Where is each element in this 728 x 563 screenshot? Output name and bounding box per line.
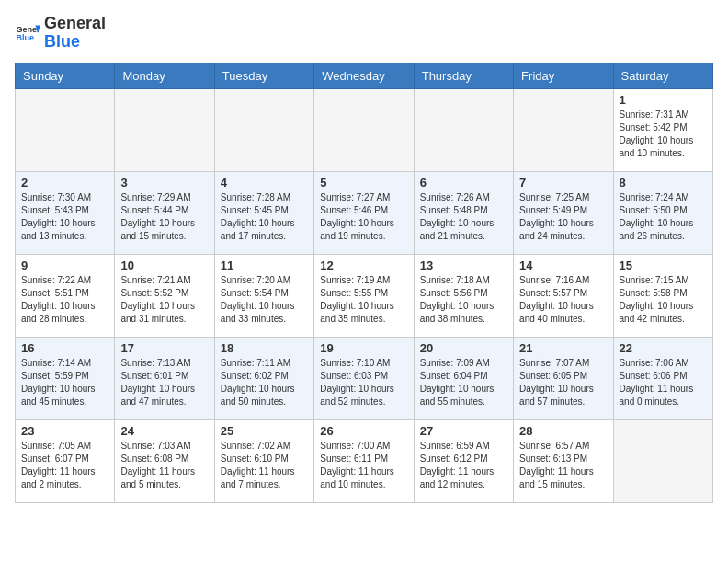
calendar-header-row: SundayMondayTuesdayWednesdayThursdayFrid… <box>16 63 713 88</box>
day-number: 13 <box>420 259 507 272</box>
day-info: Sunrise: 6:59 AM Sunset: 6:12 PM Dayligh… <box>420 440 507 491</box>
day-number: 6 <box>420 176 507 190</box>
calendar-day: 5Sunrise: 7:27 AM Sunset: 5:46 PM Daylig… <box>314 171 414 254</box>
calendar-day: 16Sunrise: 7:14 AM Sunset: 5:59 PM Dayli… <box>16 337 115 419</box>
day-info: Sunrise: 7:00 AM Sunset: 6:11 PM Dayligh… <box>320 440 407 491</box>
day-number: 22 <box>620 341 707 355</box>
calendar-day: 2Sunrise: 7:30 AM Sunset: 5:43 PM Daylig… <box>16 171 115 254</box>
day-info: Sunrise: 7:21 AM Sunset: 5:52 PM Dayligh… <box>120 274 208 326</box>
day-number: 5 <box>320 176 407 190</box>
day-number: 11 <box>221 259 308 272</box>
day-info: Sunrise: 7:20 AM Sunset: 5:54 PM Dayligh… <box>221 274 308 326</box>
day-number: 14 <box>519 259 607 272</box>
day-info: Sunrise: 7:13 AM Sunset: 6:01 PM Dayligh… <box>120 357 208 408</box>
calendar-day: 19Sunrise: 7:10 AM Sunset: 6:03 PM Dayli… <box>314 337 414 419</box>
calendar-day: 17Sunrise: 7:13 AM Sunset: 6:01 PM Dayli… <box>115 337 214 419</box>
calendar-day: 4Sunrise: 7:28 AM Sunset: 5:45 PM Daylig… <box>214 171 313 254</box>
day-number: 28 <box>519 424 607 438</box>
day-number: 12 <box>320 259 407 272</box>
day-info: Sunrise: 7:31 AM Sunset: 5:42 PM Dayligh… <box>620 109 707 160</box>
calendar-day: 1Sunrise: 7:31 AM Sunset: 5:42 PM Daylig… <box>613 88 712 171</box>
day-info: Sunrise: 7:05 AM Sunset: 6:07 PM Dayligh… <box>21 440 108 491</box>
day-header-wednesday: Wednesday <box>314 63 414 88</box>
day-number: 1 <box>620 93 707 107</box>
calendar-week-2: 2Sunrise: 7:30 AM Sunset: 5:43 PM Daylig… <box>16 171 713 254</box>
calendar-day: 6Sunrise: 7:26 AM Sunset: 5:48 PM Daylig… <box>414 171 513 254</box>
logo-icon: General Blue <box>15 20 40 46</box>
calendar-day: 8Sunrise: 7:24 AM Sunset: 5:50 PM Daylig… <box>613 171 712 254</box>
calendar-day: 3Sunrise: 7:29 AM Sunset: 5:44 PM Daylig… <box>115 171 214 254</box>
day-number: 27 <box>420 424 507 438</box>
day-number: 18 <box>221 341 308 355</box>
day-info: Sunrise: 7:28 AM Sunset: 5:45 PM Dayligh… <box>221 191 308 243</box>
calendar-day: 26Sunrise: 7:00 AM Sunset: 6:11 PM Dayli… <box>314 419 414 502</box>
calendar-table: SundayMondayTuesdayWednesdayThursdayFrid… <box>15 63 713 503</box>
calendar-day <box>613 419 712 502</box>
day-info: Sunrise: 7:09 AM Sunset: 6:04 PM Dayligh… <box>420 357 507 408</box>
day-number: 20 <box>420 341 507 355</box>
svg-text:Blue: Blue <box>16 33 34 42</box>
calendar-day: 11Sunrise: 7:20 AM Sunset: 5:54 PM Dayli… <box>214 254 313 337</box>
day-info: Sunrise: 7:25 AM Sunset: 5:49 PM Dayligh… <box>519 191 607 243</box>
calendar-day: 13Sunrise: 7:18 AM Sunset: 5:56 PM Dayli… <box>414 254 513 337</box>
day-number: 3 <box>120 176 208 190</box>
day-number: 17 <box>120 341 208 355</box>
day-number: 23 <box>21 424 108 438</box>
day-number: 24 <box>120 424 208 438</box>
calendar-day <box>514 88 613 171</box>
day-number: 15 <box>620 259 707 272</box>
calendar-day <box>214 88 313 171</box>
calendar-day: 20Sunrise: 7:09 AM Sunset: 6:04 PM Dayli… <box>414 337 513 419</box>
day-number: 21 <box>519 341 607 355</box>
calendar-day <box>314 88 414 171</box>
day-header-monday: Monday <box>115 63 214 88</box>
calendar-week-5: 23Sunrise: 7:05 AM Sunset: 6:07 PM Dayli… <box>16 419 713 502</box>
day-header-sunday: Sunday <box>16 63 115 88</box>
calendar-day: 21Sunrise: 7:07 AM Sunset: 6:05 PM Dayli… <box>514 337 613 419</box>
day-info: Sunrise: 7:11 AM Sunset: 6:02 PM Dayligh… <box>221 357 308 408</box>
day-info: Sunrise: 7:26 AM Sunset: 5:48 PM Dayligh… <box>420 191 507 243</box>
day-info: Sunrise: 7:07 AM Sunset: 6:05 PM Dayligh… <box>519 357 607 408</box>
day-header-friday: Friday <box>514 63 613 88</box>
day-header-saturday: Saturday <box>613 63 712 88</box>
day-info: Sunrise: 7:27 AM Sunset: 5:46 PM Dayligh… <box>320 191 407 243</box>
day-info: Sunrise: 6:57 AM Sunset: 6:13 PM Dayligh… <box>519 440 607 491</box>
day-number: 9 <box>21 259 108 272</box>
calendar-day <box>16 88 115 171</box>
calendar-week-3: 9Sunrise: 7:22 AM Sunset: 5:51 PM Daylig… <box>16 254 713 337</box>
day-header-tuesday: Tuesday <box>214 63 313 88</box>
calendar-day: 27Sunrise: 6:59 AM Sunset: 6:12 PM Dayli… <box>414 419 513 502</box>
calendar-day <box>414 88 513 171</box>
day-number: 4 <box>221 176 308 190</box>
calendar-day: 14Sunrise: 7:16 AM Sunset: 5:57 PM Dayli… <box>514 254 613 337</box>
day-info: Sunrise: 7:14 AM Sunset: 5:59 PM Dayligh… <box>21 357 108 408</box>
day-number: 7 <box>519 176 607 190</box>
day-info: Sunrise: 7:15 AM Sunset: 5:58 PM Dayligh… <box>620 274 707 326</box>
day-number: 25 <box>221 424 308 438</box>
calendar-day: 9Sunrise: 7:22 AM Sunset: 5:51 PM Daylig… <box>16 254 115 337</box>
day-number: 19 <box>320 341 407 355</box>
calendar-day: 7Sunrise: 7:25 AM Sunset: 5:49 PM Daylig… <box>514 171 613 254</box>
calendar-day: 23Sunrise: 7:05 AM Sunset: 6:07 PM Dayli… <box>16 419 115 502</box>
calendar-week-1: 1Sunrise: 7:31 AM Sunset: 5:42 PM Daylig… <box>16 88 713 171</box>
calendar-day <box>115 88 214 171</box>
day-number: 2 <box>21 176 108 190</box>
logo-general-text: General <box>44 15 106 33</box>
day-info: Sunrise: 7:06 AM Sunset: 6:06 PM Dayligh… <box>620 357 707 408</box>
day-number: 16 <box>21 341 108 355</box>
calendar-day: 18Sunrise: 7:11 AM Sunset: 6:02 PM Dayli… <box>214 337 313 419</box>
day-number: 10 <box>120 259 208 272</box>
day-number: 26 <box>320 424 407 438</box>
calendar-day: 24Sunrise: 7:03 AM Sunset: 6:08 PM Dayli… <box>115 419 214 502</box>
logo: General Blue General Blue <box>15 15 106 52</box>
calendar-day: 12Sunrise: 7:19 AM Sunset: 5:55 PM Dayli… <box>314 254 414 337</box>
day-info: Sunrise: 7:29 AM Sunset: 5:44 PM Dayligh… <box>120 191 208 243</box>
calendar-day: 15Sunrise: 7:15 AM Sunset: 5:58 PM Dayli… <box>613 254 712 337</box>
calendar-week-4: 16Sunrise: 7:14 AM Sunset: 5:59 PM Dayli… <box>16 337 713 419</box>
day-number: 8 <box>620 176 707 190</box>
calendar-day: 28Sunrise: 6:57 AM Sunset: 6:13 PM Dayli… <box>514 419 613 502</box>
calendar-day: 22Sunrise: 7:06 AM Sunset: 6:06 PM Dayli… <box>613 337 712 419</box>
day-info: Sunrise: 7:19 AM Sunset: 5:55 PM Dayligh… <box>320 274 407 326</box>
day-info: Sunrise: 7:24 AM Sunset: 5:50 PM Dayligh… <box>620 191 707 243</box>
day-info: Sunrise: 7:18 AM Sunset: 5:56 PM Dayligh… <box>420 274 507 326</box>
